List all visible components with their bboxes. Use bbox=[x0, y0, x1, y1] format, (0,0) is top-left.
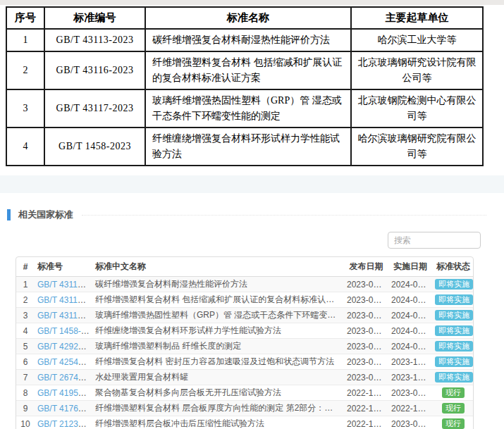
standards-table-body: 1GB/T 43113-2023碳纤维增强复合材料耐湿热性能评价方法2023-0… bbox=[16, 277, 474, 429]
status-cell: 即将实施 bbox=[432, 354, 474, 370]
standard-name: 纤维缠绕增强复合材料环形试样力学性能试验方法 bbox=[92, 323, 344, 339]
publish-date: 2023-08-06 bbox=[344, 339, 388, 354]
standard-code-link[interactable]: GB/T 41762.2-2022 bbox=[37, 404, 92, 414]
section-header: 相关国家标准 bbox=[7, 209, 486, 221]
standard-code-link[interactable]: GB/T 43113-2023 bbox=[37, 280, 92, 290]
doc-cell-name: 纤维增强塑料复合材料 包括缩减和扩展认证的复合材料标准认证方案 bbox=[145, 51, 351, 89]
standards-table-header-row: # 标准号 标准中文名称 发布日期 实施日期 标准状态 bbox=[16, 257, 474, 277]
col-header-impl-date: 实施日期 bbox=[388, 257, 432, 277]
standards-table-row: 4GB/T 1458-2023纤维缠绕增强复合材料环形试样力学性能试验方法202… bbox=[16, 323, 474, 339]
status-badge: 现行 bbox=[442, 418, 465, 429]
implement-date: 2024-04-01 bbox=[388, 292, 432, 308]
doc-table-row: 3GB/T 43117-2023玻璃纤维增强热固性塑料（GRP）管 湿态或干态条… bbox=[6, 89, 483, 128]
publish-date: 2022-10-12 bbox=[344, 401, 388, 416]
standard-code-link[interactable]: GB/T 1458-2023 bbox=[37, 326, 92, 336]
status-cell: 即将实施 bbox=[432, 277, 474, 292]
standard-name: 纤维增强复合材料 密封压力容器加速吸湿及过饱和状态调节方法 bbox=[92, 354, 344, 370]
status-badge: 即将实施 bbox=[435, 325, 473, 336]
standard-name: 纤维增强塑料层合板冲击后压缩性能试验方法 bbox=[92, 416, 344, 429]
standard-code-link[interactable]: GB/T 43117-2023 bbox=[37, 311, 92, 321]
standard-code-cell: GB/T 21239-2022 bbox=[35, 416, 92, 429]
section-title: 相关国家标准 bbox=[18, 209, 73, 221]
publish-date: 2023-09-07 bbox=[344, 277, 388, 292]
doc-table-row: 1GB/T 43113-2023碳纤维增强复合材料耐湿热性能评价方法哈尔滨工业大… bbox=[6, 29, 483, 51]
section-rule bbox=[82, 215, 486, 216]
publish-date: 2023-09-07 bbox=[344, 323, 388, 339]
standards-table-row: 1GB/T 43113-2023碳纤维增强复合材料耐湿热性能评价方法2023-0… bbox=[16, 277, 474, 292]
standard-name: 水处理装置用复合材料罐 bbox=[92, 370, 344, 385]
implement-date: 2024-04-01 bbox=[388, 308, 432, 323]
standard-name: 纤维增强塑料复合材料 包括缩减和扩展认证的复合材料标准认证方案 bbox=[92, 292, 344, 308]
status-cell: 即将实施 bbox=[432, 370, 474, 385]
standard-name: 碳纤维增强复合材料耐湿热性能评价方法 bbox=[92, 277, 344, 292]
row-index: 6 bbox=[16, 354, 35, 370]
standards-table-row: 8GB/T 41955-2022聚合物基复合材料多向层合板无开孔压缩试验方法20… bbox=[16, 385, 474, 401]
standards-table-row: 6GB/T 42542-2023纤维增强复合材料 密封压力容器加速吸湿及过饱和状… bbox=[16, 354, 474, 370]
divider-band bbox=[0, 175, 504, 193]
row-index: 4 bbox=[16, 323, 35, 339]
doc-header-no: 序号 bbox=[6, 7, 44, 29]
standard-code-cell: GB/T 41762.2-2022 bbox=[35, 401, 92, 416]
row-index: 7 bbox=[16, 370, 35, 385]
col-header-pub-date: 发布日期 bbox=[344, 257, 388, 277]
implement-date: 2023-04-01 bbox=[388, 385, 432, 401]
publish-date: 2022-12-30 bbox=[344, 385, 388, 401]
doc-cell-name: 碳纤维增强复合材料耐湿热性能评价方法 bbox=[145, 29, 351, 51]
doc-cell-code: GB/T 43116-2023 bbox=[44, 51, 145, 89]
standard-code-cell: GB/T 26747-2023 bbox=[35, 370, 92, 385]
implement-date: 2022-10-12 bbox=[388, 401, 432, 416]
accent-bar bbox=[7, 209, 11, 220]
status-cell: 现行 bbox=[432, 401, 474, 416]
doc-header-org: 主要起草单位 bbox=[351, 7, 483, 29]
doc-cell-org: 哈尔滨玻璃钢研究院有限公司等 bbox=[351, 128, 483, 166]
row-index: 5 bbox=[16, 339, 35, 354]
status-badge: 即将实施 bbox=[435, 279, 473, 290]
standards-table-row: 9GB/T 41762.2-2022纤维增强塑料复合材料 层合板厚度方向性能的测… bbox=[16, 401, 474, 416]
row-index: 1 bbox=[16, 277, 35, 292]
row-index: 3 bbox=[16, 308, 35, 323]
status-cell: 现行 bbox=[432, 385, 474, 401]
row-index: 2 bbox=[16, 292, 35, 308]
standards-table-container: # 标准号 标准中文名称 发布日期 实施日期 标准状态 1GB/T 43113-… bbox=[16, 256, 474, 429]
doc-cell-org: 北京玻璃钢研究设计院有限公司等 bbox=[351, 51, 483, 89]
standard-code-link[interactable]: GB/T 42923-2023 bbox=[37, 342, 92, 352]
status-cell: 即将实施 bbox=[432, 339, 474, 354]
doc-cell-code: GB/T 43117-2023 bbox=[44, 89, 145, 128]
standard-code-link[interactable]: GB/T 26747-2023 bbox=[37, 373, 92, 383]
table-toolbar bbox=[0, 232, 481, 249]
row-index: 10 bbox=[16, 416, 35, 429]
status-cell: 即将实施 bbox=[432, 308, 474, 323]
standard-code-link[interactable]: GB/T 41955-2022 bbox=[37, 388, 92, 398]
top-strip bbox=[0, 0, 504, 5]
doc-cell-code: GB/T 1458-2023 bbox=[44, 128, 145, 166]
row-index: 8 bbox=[16, 385, 35, 401]
status-badge: 即将实施 bbox=[435, 356, 473, 367]
doc-header-name: 标准名称 bbox=[145, 7, 351, 29]
implement-date: 2023-12-01 bbox=[388, 370, 432, 385]
standards-table-row: 5GB/T 42923-2023玻璃纤维增强塑料制品 纤维长度的测定2023-0… bbox=[16, 339, 474, 354]
search-input[interactable] bbox=[388, 232, 481, 249]
standard-code-link[interactable]: GB/T 42542-2023 bbox=[37, 357, 92, 367]
doc-cell-name: 玻璃纤维增强热固性塑料（GRP）管 湿态或干态条件下环蠕变性能的测定 bbox=[145, 89, 351, 128]
col-header-status: 标准状态 bbox=[432, 257, 474, 277]
status-cell: 即将实施 bbox=[432, 292, 474, 308]
standard-name: 聚合物基复合材料多向层合板无开孔压缩试验方法 bbox=[92, 385, 344, 401]
doc-cell-no: 1 bbox=[6, 29, 44, 51]
doc-cell-org: 北京玻钢院检测中心有限公司等 bbox=[351, 89, 483, 128]
doc-cell-no: 2 bbox=[6, 51, 44, 89]
status-badge: 即将实施 bbox=[435, 372, 473, 383]
standard-code-link[interactable]: GB/T 21239-2022 bbox=[37, 419, 92, 429]
doc-cell-org: 哈尔滨工业大学等 bbox=[351, 29, 483, 51]
status-cell: 现行 bbox=[432, 416, 474, 429]
standard-code-link[interactable]: GB/T 43116-2023 bbox=[37, 295, 92, 305]
doc-table-row: 2GB/T 43116-2023纤维增强塑料复合材料 包括缩减和扩展认证的复合材… bbox=[6, 51, 483, 89]
status-badge: 现行 bbox=[442, 387, 465, 398]
standards-table-row: 2GB/T 43116-2023纤维增强塑料复合材料 包括缩减和扩展认证的复合材… bbox=[16, 292, 474, 308]
related-standards-section: 相关国家标准 # 标准号 标准中文名称 发布日期 实施日期 bbox=[0, 209, 504, 429]
doc-cell-no: 3 bbox=[6, 89, 44, 128]
doc-cell-no: 4 bbox=[6, 128, 44, 166]
publish-date: 2022-10-12 bbox=[344, 416, 388, 429]
publish-date: 2023-09-07 bbox=[344, 308, 388, 323]
standard-code-cell: GB/T 43116-2023 bbox=[35, 292, 92, 308]
standards-table: # 标准号 标准中文名称 发布日期 实施日期 标准状态 1GB/T 43113-… bbox=[16, 257, 474, 429]
